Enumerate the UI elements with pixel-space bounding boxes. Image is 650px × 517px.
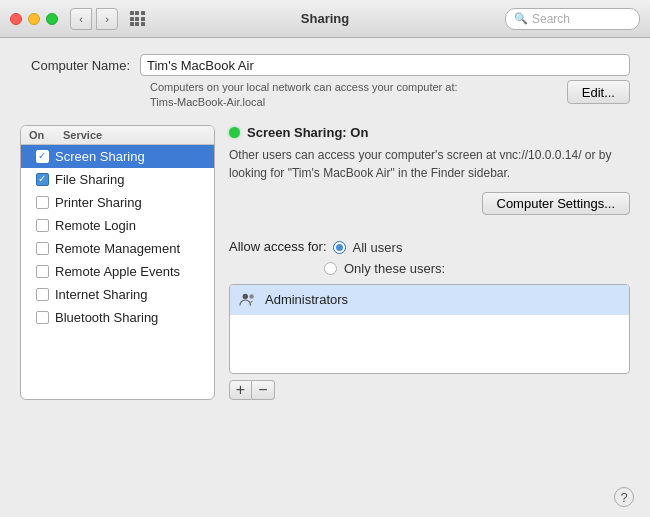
maximize-button[interactable] <box>46 13 58 25</box>
content-area: Computer Name: Computers on your local n… <box>0 38 650 517</box>
list-controls: + − <box>229 380 630 400</box>
radio-all-users[interactable] <box>333 241 346 254</box>
service-item[interactable]: Bluetooth Sharing <box>21 306 214 329</box>
service-item[interactable]: Internet Sharing <box>21 283 214 306</box>
computer-name-subrow: Computers on your local network can acce… <box>150 80 630 111</box>
right-panel: Screen Sharing: On Other users can acces… <box>229 125 630 400</box>
radio-only-label: Only these users: <box>344 261 445 276</box>
add-user-button[interactable]: + <box>229 380 252 400</box>
service-checkbox[interactable] <box>36 173 49 186</box>
service-name: Internet Sharing <box>55 287 206 302</box>
status-dot <box>229 127 240 138</box>
users-box: Administrators <box>229 284 630 374</box>
help-button[interactable]: ? <box>614 487 634 507</box>
main-panel: On Service Screen SharingFile SharingPri… <box>20 125 630 400</box>
minimize-button[interactable] <box>28 13 40 25</box>
remove-user-button[interactable]: − <box>252 380 275 400</box>
search-placeholder: Search <box>532 12 570 26</box>
service-checkbox[interactable] <box>36 311 49 324</box>
service-item[interactable]: Remote Login <box>21 214 214 237</box>
service-checkbox[interactable] <box>36 288 49 301</box>
svg-point-1 <box>249 294 254 299</box>
grid-button[interactable] <box>126 8 148 30</box>
computer-name-label: Computer Name: <box>20 58 140 73</box>
user-row: Administrators <box>230 285 629 315</box>
service-item[interactable]: Remote Apple Events <box>21 260 214 283</box>
svg-point-0 <box>243 293 248 298</box>
service-item[interactable]: Screen Sharing <box>21 145 214 168</box>
service-checkbox[interactable] <box>36 196 49 209</box>
radio-only-row[interactable]: Only these users: <box>324 261 630 276</box>
service-name: Remote Management <box>55 241 206 256</box>
close-button[interactable] <box>10 13 22 25</box>
services-list: On Service Screen SharingFile SharingPri… <box>20 125 215 400</box>
user-name: Administrators <box>265 292 348 307</box>
status-row: Screen Sharing: On <box>229 125 630 140</box>
col-service-header: Service <box>63 129 206 141</box>
traffic-lights <box>10 13 58 25</box>
computer-name-sublabel: Computers on your local network can acce… <box>150 80 557 111</box>
user-icon <box>238 290 258 310</box>
forward-button[interactable]: › <box>96 8 118 30</box>
access-for-row: Allow access for: All users <box>229 239 630 255</box>
status-text: Screen Sharing: On <box>247 125 368 140</box>
window-title: Sharing <box>301 11 349 26</box>
service-rows-container: Screen SharingFile SharingPrinter Sharin… <box>21 145 214 329</box>
service-item[interactable]: Printer Sharing <box>21 191 214 214</box>
service-name: Printer Sharing <box>55 195 206 210</box>
service-name: Screen Sharing <box>55 149 206 164</box>
service-name: Bluetooth Sharing <box>55 310 206 325</box>
access-label: Allow access for: <box>229 239 327 254</box>
status-desc: Other users can access your computer's s… <box>229 146 630 182</box>
computer-settings-button[interactable]: Computer Settings... <box>482 192 631 215</box>
service-checkbox[interactable] <box>36 219 49 232</box>
service-name: Remote Login <box>55 218 206 233</box>
radio-only-users[interactable] <box>324 262 337 275</box>
services-header: On Service <box>21 126 214 145</box>
service-name: File Sharing <box>55 172 206 187</box>
service-item[interactable]: File Sharing <box>21 168 214 191</box>
search-icon: 🔍 <box>514 12 528 25</box>
service-name: Remote Apple Events <box>55 264 206 279</box>
service-item[interactable]: Remote Management <box>21 237 214 260</box>
service-checkbox[interactable] <box>36 242 49 255</box>
search-box[interactable]: 🔍 Search <box>505 8 640 30</box>
service-checkbox[interactable] <box>36 150 49 163</box>
titlebar: ‹ › Sharing 🔍 Search <box>0 0 650 38</box>
service-checkbox[interactable] <box>36 265 49 278</box>
edit-button[interactable]: Edit... <box>567 80 630 104</box>
nav-buttons: ‹ › <box>70 8 118 30</box>
radio-all-row[interactable]: All users <box>333 240 403 255</box>
grid-icon <box>130 11 145 26</box>
users-svg-icon <box>239 291 257 309</box>
computer-name-row: Computer Name: <box>20 54 630 76</box>
back-button[interactable]: ‹ <box>70 8 92 30</box>
computer-name-input[interactable] <box>140 54 630 76</box>
bottom-bar: ? <box>614 487 634 507</box>
col-on-header: On <box>29 129 63 141</box>
radio-all-label: All users <box>353 240 403 255</box>
